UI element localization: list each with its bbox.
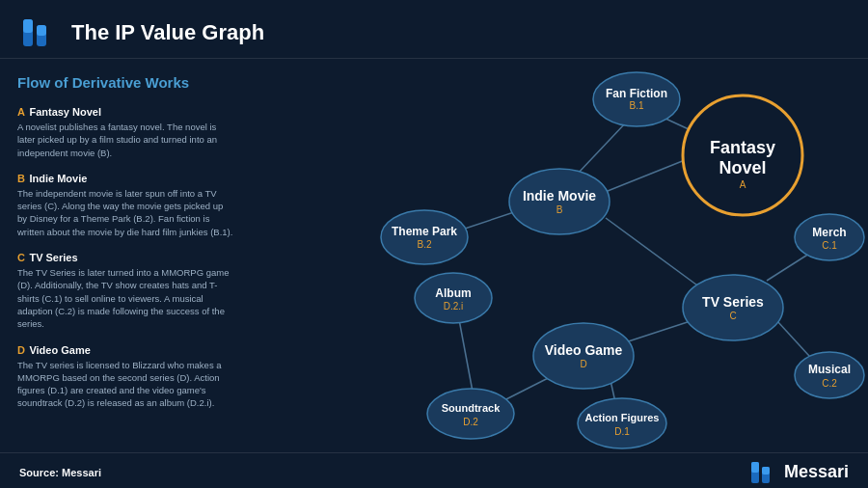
node-album[interactable]: Album D.2.i xyxy=(415,273,492,323)
node-soundtrack-label: Soundtrack xyxy=(442,402,501,414)
svg-rect-17 xyxy=(751,462,759,473)
legend-name-a: Fantasy Novel xyxy=(29,106,101,118)
node-tv-series-label: TV Series xyxy=(702,294,764,310)
legend-desc-d: The TV series is licensed to Blizzard wh… xyxy=(17,359,233,410)
node-album-sub: D.2.i xyxy=(444,301,464,312)
node-merch-label: Merch xyxy=(812,226,846,239)
legend-item-a: A Fantasy Novel A novelist publishes a f… xyxy=(17,102,233,159)
node-musical-label: Musical xyxy=(808,363,851,376)
svg-rect-3 xyxy=(37,25,46,36)
logo-icon xyxy=(19,15,58,50)
graph-area: Fantasy Novel A Fan Fiction B.1 Indie Mo… xyxy=(251,59,868,452)
graph-svg: Fantasy Novel A Fan Fiction B.1 Indie Mo… xyxy=(251,59,868,452)
node-fan-fiction-label: Fan Fiction xyxy=(606,87,667,100)
node-musical-sub: C.2 xyxy=(822,378,837,389)
svg-point-12 xyxy=(578,398,666,448)
node-action-figures-sub: D.1 xyxy=(614,426,630,437)
node-indie-movie-label: Indie Movie xyxy=(523,188,596,203)
legend-desc-a: A novelist publishes a fantasy novel. Th… xyxy=(17,121,233,159)
node-action-figures-label: Action Figures xyxy=(584,412,659,423)
legend-letter-d: D xyxy=(17,344,25,356)
footer: Source: Messari Messari xyxy=(0,452,868,488)
node-merch[interactable]: Merch C.1 xyxy=(795,214,864,260)
legend-item-c: C TV Series The TV Series is later turne… xyxy=(17,248,233,330)
node-fan-fiction[interactable]: Fan Fiction B.1 xyxy=(593,72,680,126)
node-theme-park[interactable]: Theme Park B.2 xyxy=(381,210,468,264)
node-merch-sub: C.1 xyxy=(822,240,837,251)
node-video-game[interactable]: Video Game D xyxy=(533,323,634,389)
legend-letter-c: C xyxy=(17,252,25,263)
legend-item-d: D Video Game The TV series is licensed t… xyxy=(17,340,233,410)
node-fantasy-novel[interactable]: Fantasy Novel A xyxy=(683,95,802,215)
main-content: Flow of Derivative Works A Fantasy Novel… xyxy=(0,59,868,452)
footer-brand: Messari xyxy=(749,460,849,485)
node-theme-park-sub: B.2 xyxy=(417,239,431,250)
brand-name: Messari xyxy=(784,462,849,482)
header: The IP Value Graph xyxy=(0,0,868,59)
section-title: Flow of Derivative Works xyxy=(17,74,233,91)
node-tv-series-sub: C xyxy=(729,311,736,321)
node-theme-park-label: Theme Park xyxy=(392,225,457,238)
node-tv-series[interactable]: TV Series C xyxy=(683,275,783,340)
page-title: The IP Value Graph xyxy=(71,20,264,45)
node-soundtrack-sub: D.2 xyxy=(463,417,478,427)
node-video-game-label: Video Game xyxy=(545,342,623,358)
node-musical[interactable]: Musical C.2 xyxy=(795,352,864,398)
node-fantasy-novel-label2: Novel xyxy=(719,158,766,177)
node-video-game-sub: D xyxy=(580,359,586,369)
line-fanfiction-indie xyxy=(577,122,627,175)
legend-desc-c: The TV Series is later turned into a MMO… xyxy=(17,266,233,330)
line-soundtrack-album xyxy=(458,314,473,392)
node-indie-movie[interactable]: Indie Movie B xyxy=(509,169,610,234)
node-fantasy-novel-sub: A xyxy=(740,179,746,190)
svg-rect-2 xyxy=(23,19,33,33)
node-soundtrack[interactable]: Soundtrack D.2 xyxy=(427,389,514,439)
svg-point-13 xyxy=(427,389,514,439)
node-indie-movie-sub: B xyxy=(556,204,563,215)
legend-name-d: Video Game xyxy=(29,344,90,356)
legend-letter-a: A xyxy=(17,106,25,118)
node-album-label: Album xyxy=(435,286,471,300)
legend-item-b: B Indie Movie The independent movie is l… xyxy=(17,169,233,238)
legend-name-c: TV Series xyxy=(29,252,77,263)
source-attribution: Source: Messari xyxy=(19,467,101,478)
source-name: Messari xyxy=(62,467,101,478)
left-panel: Flow of Derivative Works A Fantasy Novel… xyxy=(0,59,251,452)
node-action-figures[interactable]: Action Figures D.1 xyxy=(578,398,666,448)
line-indie-tvseries xyxy=(606,218,704,290)
legend-desc-b: The independent movie is later spun off … xyxy=(17,187,233,238)
svg-rect-18 xyxy=(762,467,770,474)
legend-name-b: Indie Movie xyxy=(29,173,87,184)
node-fan-fiction-sub: B.1 xyxy=(629,100,643,111)
node-fantasy-novel-label: Fantasy xyxy=(710,138,775,157)
footer-logo-icon xyxy=(749,460,776,485)
legend-letter-b: B xyxy=(17,173,25,184)
